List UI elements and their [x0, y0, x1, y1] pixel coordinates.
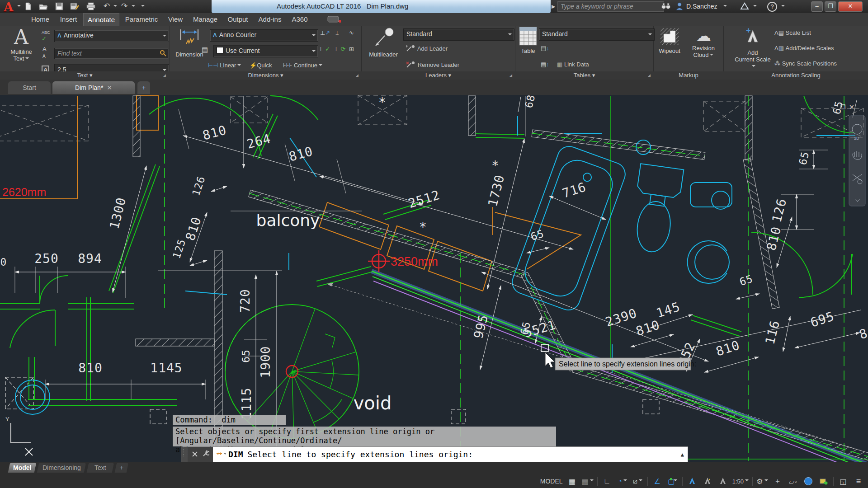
restore-button[interactable]: ❐: [825, 1, 836, 12]
dim-break-icon[interactable]: ⊥↗: [320, 29, 330, 36]
qat-menu-caret-icon[interactable]: [141, 5, 145, 9]
dimension-label[interactable]: 894: [78, 251, 102, 266]
dimension-label[interactable]: 0: [0, 256, 7, 268]
grid-display-icon[interactable]: ▦: [580, 475, 595, 487]
workspace-gear-icon[interactable]: ⚙: [755, 475, 769, 487]
plot-icon[interactable]: [85, 1, 96, 11]
search-input[interactable]: Type a keyword or phrase: [557, 1, 664, 12]
dimension-label[interactable]: 810: [714, 338, 741, 359]
dimension-label[interactable]: *: [491, 158, 500, 173]
dimension-label[interactable]: 810: [764, 225, 784, 252]
remove-leader-button[interactable]: Remove Leader: [406, 61, 459, 68]
tables-panel-expand-icon[interactable]: ◢: [647, 73, 651, 78]
user-avatar-icon[interactable]: [675, 2, 684, 12]
text-panel-expand-icon[interactable]: ◢: [163, 73, 166, 78]
floor-plan-drawing[interactable]: .dim{stroke:#dcdcdc;stroke-width:1;fill:…: [0, 95, 868, 462]
undo-icon[interactable]: ↶: [101, 1, 112, 11]
dimension-label[interactable]: 810: [287, 144, 314, 164]
dimension-label[interactable]: *: [378, 95, 387, 110]
scale-value-button[interactable]: 1:50: [731, 475, 750, 487]
link-data-button[interactable]: ▥ Link Data: [557, 61, 589, 68]
text-style-combo[interactable]: ΛAnnotative: [54, 30, 169, 42]
dimension-label[interactable]: 995: [471, 313, 491, 340]
signed-in-user[interactable]: D.Sanchez: [686, 3, 717, 10]
close-button[interactable]: ✕: [838, 1, 863, 12]
dimension-label[interactable]: 1730: [485, 173, 507, 208]
snap-grid-icon[interactable]: ▦: [565, 475, 580, 487]
quick-dim-button[interactable]: ⚡Quick: [250, 62, 272, 69]
layout-tab-dimensioning[interactable]: Dimensioning: [37, 463, 86, 473]
command-line[interactable]: ⋮⋮⋮⋮ DIM Select line to specify extensio…: [181, 446, 688, 462]
wipeout-button[interactable]: Wipeout: [656, 28, 684, 54]
dimension-label[interactable]: 810: [78, 361, 103, 375]
dim-layer-combo[interactable]: Use Current: [213, 45, 318, 57]
dimension-label[interactable]: 695: [808, 309, 836, 330]
command-prompt-text[interactable]: Select line to specify extension lines o…: [248, 450, 473, 459]
find-magnifier-icon[interactable]: [160, 50, 167, 60]
tab-a360[interactable]: A360: [288, 13, 311, 26]
tab-manage[interactable]: Manage: [191, 13, 220, 26]
new-layout-button[interactable]: +: [115, 463, 129, 473]
dimension-label[interactable]: *: [419, 220, 427, 235]
dim-style-combo[interactable]: ΛAnno Courier: [210, 29, 318, 42]
command-customize-wrench-icon[interactable]: [200, 450, 211, 459]
clean-screen-icon[interactable]: ◱: [836, 475, 850, 487]
table-style-combo[interactable]: Standard: [539, 28, 655, 41]
polar-tracking-icon[interactable]: ◔: [615, 475, 630, 487]
tab-insert[interactable]: Insert: [56, 13, 81, 26]
customization-menu-icon[interactable]: ≡: [851, 475, 866, 487]
dimension-label[interactable]: 8: [857, 326, 868, 343]
tab-parametric[interactable]: Parametric: [123, 13, 160, 26]
dimension-label[interactable]: 145: [654, 299, 682, 321]
multiline-text-button[interactable]: A MultilineText: [6, 26, 36, 62]
bidet[interactable]: [688, 241, 729, 283]
command-close-icon[interactable]: [189, 450, 200, 459]
dimension-label[interactable]: 126: [190, 174, 207, 197]
dimensions-panel-label[interactable]: Dimensions ▾: [170, 72, 361, 79]
add-current-scale-button[interactable]: + AddCurrent Scale: [734, 27, 772, 70]
a360-icon[interactable]: [740, 2, 750, 13]
room-label[interactable]: balcony: [256, 211, 320, 230]
autocad-logo[interactable]: A: [1, 0, 16, 14]
dimension-label[interactable]: 2390: [604, 305, 639, 329]
dimension-button[interactable]: Dimension: [174, 27, 205, 58]
dimension-label[interactable]: 810: [201, 122, 228, 143]
scale-list-button[interactable]: Λ▤ Scale List: [774, 29, 811, 36]
customize-plus-icon[interactable]: ＋: [770, 475, 785, 487]
toilet[interactable]: [629, 164, 684, 255]
annotation-scale-icon[interactable]: [716, 475, 730, 487]
dimension-label[interactable]: 716: [560, 179, 588, 201]
room-label[interactable]: void: [354, 393, 392, 413]
dim-update-icon[interactable]: ⊢⟳: [335, 46, 345, 52]
redo-icon[interactable]: ↷: [119, 1, 130, 11]
redo-caret-icon[interactable]: [132, 5, 135, 9]
file-tab-close-icon[interactable]: ✕: [107, 84, 112, 91]
layout-tab-model[interactable]: Model: [8, 463, 37, 473]
add-leader-button[interactable]: Add Leader: [406, 45, 448, 52]
dim-space-icon[interactable]: ⌶: [335, 29, 339, 37]
leaders-panel-label[interactable]: Leaders ▾: [362, 72, 515, 79]
ortho-mode-icon[interactable]: ∟: [600, 475, 614, 487]
undo-caret-icon[interactable]: [113, 5, 117, 9]
isolate-objects-icon[interactable]: ▱◦: [786, 475, 800, 487]
dimensions-panel-expand-icon[interactable]: ◢: [355, 73, 359, 78]
dimension-label[interactable]: 1900: [258, 346, 273, 378]
a360-caret-icon[interactable]: [753, 5, 757, 9]
dim-jog-icon[interactable]: ∿: [349, 29, 354, 36]
table-button[interactable]: Table: [518, 27, 538, 54]
command-grip-handle[interactable]: ⋮⋮⋮⋮: [181, 447, 188, 462]
dimension-label[interactable]: 65: [797, 150, 811, 166]
object-snap-tracking-icon[interactable]: ∠: [650, 475, 665, 487]
add-delete-scales-button[interactable]: Λ▥ Add/Delete Scales: [774, 45, 834, 52]
file-tab-dim-plan[interactable]: Dim Plan* ✕: [52, 81, 135, 94]
logo-menu-caret-icon[interactable]: [17, 5, 21, 9]
annotation-visibility-icon[interactable]: [685, 475, 699, 487]
revision-cloud-button[interactable]: ☁ RevisionCloud: [687, 27, 720, 58]
dimension-label[interactable]: 810: [183, 215, 204, 242]
drawing-canvas[interactable]: .dim{stroke:#dcdcdc;stroke-width:1;fill:…: [0, 95, 868, 462]
dim-check-icon[interactable]: ⊢✓: [320, 46, 330, 52]
mleader-style-combo[interactable]: Standard: [403, 28, 514, 41]
help-icon[interactable]: ?: [767, 2, 777, 12]
infocenter-expand-icon[interactable]: ▶: [552, 4, 555, 9]
tab-output[interactable]: Output: [224, 13, 251, 26]
